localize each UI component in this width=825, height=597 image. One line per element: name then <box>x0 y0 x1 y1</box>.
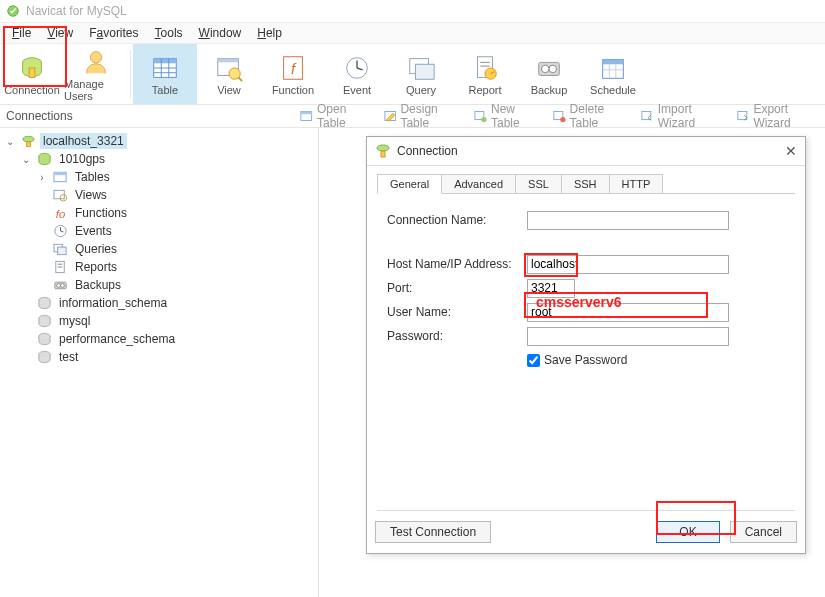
query-icon <box>405 52 437 84</box>
tree-db-perf-schema[interactable]: performance_schema <box>0 330 318 348</box>
tree-queries[interactable]: Queries <box>0 240 318 258</box>
cancel-button[interactable]: Cancel <box>730 521 797 543</box>
port-label: Port: <box>387 281 527 295</box>
save-password-checkbox[interactable]: Save Password <box>527 353 785 367</box>
tree-label: Queries <box>72 241 120 257</box>
menu-tools[interactable]: Tools <box>147 26 191 40</box>
tree-connection[interactable]: ⌄ localhost_3321 <box>0 132 318 150</box>
tree-views[interactable]: Views <box>0 186 318 204</box>
window-titlebar: Navicat for MySQL <box>0 0 825 23</box>
export-wizard-action[interactable]: Export Wizard <box>733 102 825 130</box>
save-password-label: Save Password <box>544 353 627 367</box>
menu-favorites[interactable]: Favorites <box>81 26 146 40</box>
svg-rect-66 <box>381 151 385 157</box>
tree-backups[interactable]: Backups <box>0 276 318 294</box>
open-table-icon <box>300 109 313 123</box>
conn-name-input[interactable] <box>527 211 729 230</box>
toolbar-label: Schedule <box>590 84 636 96</box>
reports-icon <box>52 260 68 274</box>
main-toolbar: Connection Manage Users Table View f Fun… <box>0 44 825 105</box>
function-button[interactable]: f Function <box>261 44 325 104</box>
expand-icon[interactable]: › <box>36 172 48 183</box>
svg-rect-29 <box>603 60 624 65</box>
connections-panel-title: Connections <box>0 109 296 123</box>
close-button[interactable]: ✕ <box>785 143 797 159</box>
svg-point-60 <box>60 284 64 288</box>
tree-label: localhost_3321 <box>40 133 127 149</box>
view-button[interactable]: View <box>197 44 261 104</box>
database-icon <box>36 350 52 364</box>
menu-view[interactable]: View <box>39 26 81 40</box>
tree-db-test[interactable]: test <box>0 348 318 366</box>
tree-label: Functions <box>72 205 130 221</box>
query-button[interactable]: Query <box>389 44 453 104</box>
annotation-password-hint: cmsserverv6 <box>536 294 622 310</box>
host-input[interactable] <box>527 255 729 274</box>
tree-reports[interactable]: Reports <box>0 258 318 276</box>
test-connection-button[interactable]: Test Connection <box>375 521 491 543</box>
events-icon <box>52 224 68 238</box>
delete-table-action[interactable]: Delete Table <box>549 102 633 130</box>
import-wizard-action[interactable]: Import Wizard <box>637 102 729 130</box>
tree-label: 1010gps <box>56 151 108 167</box>
tree-label: test <box>56 349 81 365</box>
expand-icon[interactable]: ⌄ <box>4 136 16 147</box>
table-button[interactable]: Table <box>133 44 197 104</box>
svg-rect-11 <box>218 59 239 63</box>
connection-button[interactable]: Connection <box>0 44 64 104</box>
svg-rect-20 <box>415 64 434 79</box>
backup-button[interactable]: Backup <box>517 44 581 104</box>
tab-general[interactable]: General <box>377 174 442 194</box>
report-button[interactable]: Report <box>453 44 517 104</box>
table-actions: Open Table Design Table New Table Delete… <box>296 102 825 130</box>
new-table-action[interactable]: New Table <box>470 102 545 130</box>
toolbar-label: Backup <box>531 84 568 96</box>
menu-help[interactable]: Help <box>249 26 290 40</box>
view-icon <box>213 52 245 84</box>
tree-db-info-schema[interactable]: information_schema <box>0 294 318 312</box>
tree-functions[interactable]: foFunctions <box>0 204 318 222</box>
dialog-titlebar: Connection ✕ <box>367 137 805 166</box>
event-button[interactable]: Event <box>325 44 389 104</box>
svg-point-39 <box>560 117 565 122</box>
table-icon <box>149 52 181 84</box>
svg-line-13 <box>238 77 242 81</box>
tree-tables[interactable]: ›Tables <box>0 168 318 186</box>
open-table-action[interactable]: Open Table <box>296 102 375 130</box>
design-table-action[interactable]: Design Table <box>380 102 467 130</box>
tree-label: information_schema <box>56 295 170 311</box>
password-input[interactable] <box>527 327 729 346</box>
export-icon <box>737 109 750 123</box>
tree-label: Views <box>72 187 110 203</box>
tab-ssl[interactable]: SSL <box>515 174 562 194</box>
database-icon <box>36 314 52 328</box>
manage-users-button[interactable]: Manage Users <box>64 44 128 104</box>
dialog-icon <box>375 143 391 159</box>
tree-database[interactable]: ⌄ 1010gps <box>0 150 318 168</box>
delete-table-icon <box>553 109 566 123</box>
report-icon <box>469 52 501 84</box>
dialog-tabs: General Advanced SSL SSH HTTP <box>367 166 805 194</box>
menu-file[interactable]: File <box>4 26 39 40</box>
menu-window[interactable]: Window <box>191 26 250 40</box>
ok-button[interactable]: OK <box>656 521 719 543</box>
connection-dialog: Connection ✕ General Advanced SSL SSH HT… <box>366 136 806 554</box>
tree-events[interactable]: Events <box>0 222 318 240</box>
tree-label: Backups <box>72 277 124 293</box>
tab-advanced[interactable]: Advanced <box>441 174 516 194</box>
tab-http[interactable]: HTTP <box>609 174 664 194</box>
user-label: User Name: <box>387 305 527 319</box>
tree-db-mysql[interactable]: mysql <box>0 312 318 330</box>
event-icon <box>341 52 373 84</box>
dialog-form: Connection Name: Host Name/IP Address: P… <box>367 195 805 381</box>
svg-rect-41 <box>738 112 747 120</box>
expand-icon[interactable]: ⌄ <box>20 154 32 165</box>
user-icon <box>80 46 112 78</box>
save-password-input[interactable] <box>527 354 540 367</box>
tab-ssh[interactable]: SSH <box>561 174 610 194</box>
tree-label: Tables <box>72 169 113 185</box>
schedule-button[interactable]: Schedule <box>581 44 645 104</box>
svg-point-65 <box>377 145 389 151</box>
sub-toolbar: Connections Open Table Design Table New … <box>0 105 825 128</box>
host-label: Host Name/IP Address: <box>387 257 527 271</box>
